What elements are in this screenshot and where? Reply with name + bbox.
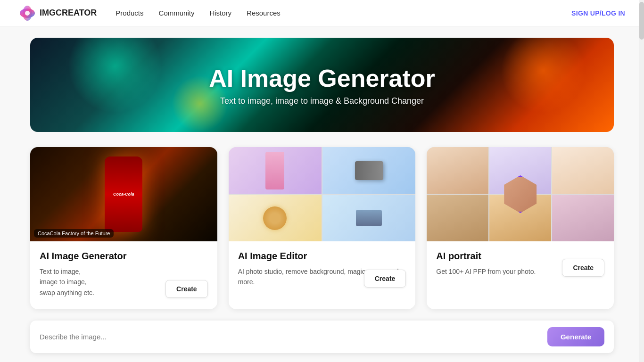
portrait-cell-3 [552,147,614,194]
nav-right: SIGN UP/LOG IN [571,9,625,17]
prompt-input[interactable] [40,333,542,341]
hero-subtitle: Text to image, image to image & Backgrou… [220,96,424,106]
card-content-1: AI Image Editor AI photo studio, remove … [229,241,416,299]
nav-community[interactable]: Community [159,7,195,19]
navbar: IMGCREATOR Products Community History Re… [0,0,644,26]
editor-cell-4 [322,195,415,241]
scrollbar-thumb[interactable] [639,2,644,40]
editor-cell-1 [229,147,322,194]
card-ai-portrait: AI portrait Get 100+ AI PFP from your ph… [427,147,614,309]
hero-banner: AI Image Generator Text to image, image … [30,38,614,132]
logo-icon [19,5,36,22]
portrait-hexagon [502,175,539,213]
nav-products[interactable]: Products [116,7,143,19]
portrait-cell-6 [552,195,614,241]
nav-links: Products Community History Resources [116,7,571,19]
editor-cell-3 [229,195,322,241]
card-ai-image-generator: CocaCola Factory of the Future AI Image … [30,147,217,309]
card-label-cocacola: CocaCola Factory of the Future [34,229,114,238]
logo-text: IMGCREATOR [40,8,97,18]
editor-cell-2 [322,147,415,194]
scrollbar[interactable] [639,0,644,362]
card-image-portrait [427,147,614,241]
card-ai-image-editor: AI Image Editor AI photo studio, remove … [229,147,416,309]
generate-button[interactable]: Generate [547,327,604,346]
create-button-2[interactable]: Create [562,259,604,277]
nav-history[interactable]: History [209,7,231,19]
create-button-1[interactable]: Create [364,270,406,288]
card-image-cocacola: CocaCola Factory of the Future [30,147,217,241]
svg-point-2 [25,11,30,16]
card-content-2: AI portrait Get 100+ AI PFP from your ph… [427,241,614,288]
hero-blob1 [68,38,162,113]
hero-blob2 [501,38,586,113]
card-image-editor [229,147,416,241]
portrait-hexagon-inner [502,175,539,213]
create-button-0[interactable]: Create [165,280,208,298]
portrait-cell-1 [427,147,488,194]
nav-resources[interactable]: Resources [247,7,281,19]
prompt-bar: Generate [30,321,614,353]
card-title-0: AI Image Generator [40,251,208,262]
explore-section: Explore Latest Models [0,357,644,362]
card-title-1: AI Image Editor [238,251,406,262]
card-content-0: AI Image Generator Text to image,image t… [30,241,217,309]
hero-title: AI Image Generator [209,64,435,92]
portrait-cell-4 [427,195,488,241]
logo-area[interactable]: IMGCREATOR [19,5,97,22]
signup-link[interactable]: SIGN UP/LOG IN [571,9,625,17]
cards-section: CocaCola Factory of the Future AI Image … [0,132,644,321]
